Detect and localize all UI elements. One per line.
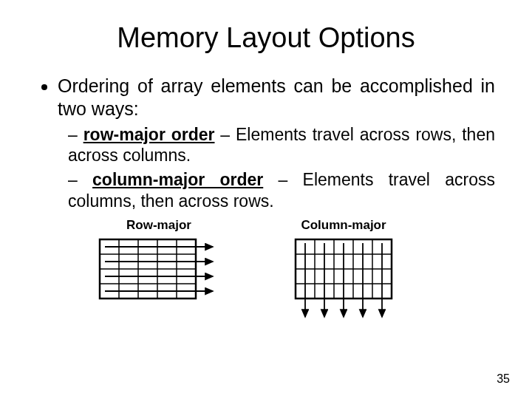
main-bullet: Ordering of array elements can be accomp… xyxy=(58,75,495,212)
sub-bullet-col-major: column-major order – Elements travel acr… xyxy=(68,169,495,212)
row-major-diagram: Row-major xyxy=(96,218,222,327)
row-major-grid-icon xyxy=(96,236,222,310)
term-row-major: row-major order xyxy=(83,125,215,144)
sub-bullet-row-major: row-major order – Elements travel across… xyxy=(68,124,495,167)
slide-title: Memory Layout Options xyxy=(37,22,495,54)
col-major-label: Column-major xyxy=(288,218,399,233)
main-bullet-text: Ordering of array elements can be accomp… xyxy=(58,75,495,119)
col-major-diagram: Column-major xyxy=(288,218,399,327)
diagram-row: Row-major xyxy=(37,218,495,327)
row-major-label: Row-major xyxy=(96,218,222,233)
term-col-major: column-major order xyxy=(92,170,263,189)
sub-bullet-list: row-major order – Elements travel across… xyxy=(58,124,495,212)
page-number: 35 xyxy=(497,372,510,386)
bullet-list: Ordering of array elements can be accomp… xyxy=(37,75,495,212)
col-major-grid-icon xyxy=(288,236,399,324)
slide: Memory Layout Options Ordering of array … xyxy=(0,0,532,399)
